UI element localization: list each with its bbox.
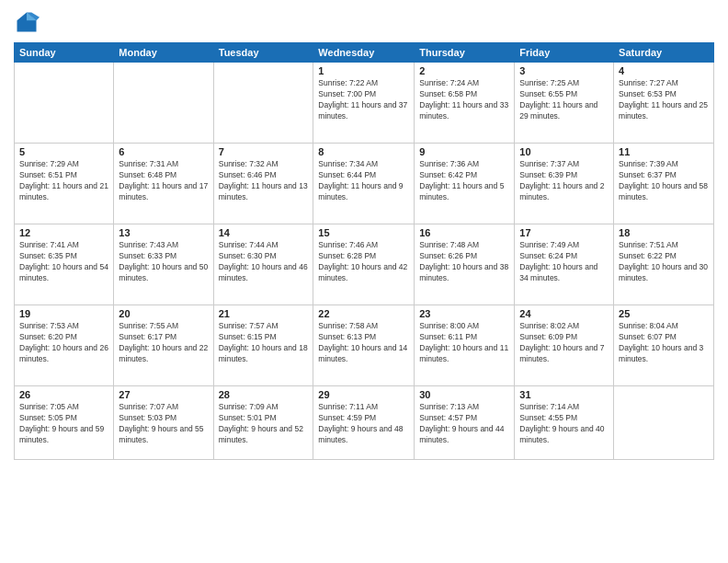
calendar-cell: 3Sunrise: 7:25 AM Sunset: 6:55 PM Daylig…: [515, 63, 614, 144]
cell-info-text: Sunrise: 7:31 AM Sunset: 6:48 PM Dayligh…: [119, 159, 208, 203]
cell-date-number: 7: [219, 146, 309, 157]
cell-date-number: 25: [619, 308, 709, 319]
calendar-cell: 20Sunrise: 7:55 AM Sunset: 6:17 PM Dayli…: [114, 305, 213, 386]
logo-icon: [14, 9, 40, 35]
calendar-cell: 21Sunrise: 7:57 AM Sunset: 6:15 PM Dayli…: [213, 305, 313, 386]
cell-info-text: Sunrise: 7:29 AM Sunset: 6:51 PM Dayligh…: [19, 159, 108, 203]
cell-info-text: Sunrise: 7:13 AM Sunset: 4:57 PM Dayligh…: [419, 402, 509, 446]
calendar-cell: 23Sunrise: 8:00 AM Sunset: 6:11 PM Dayli…: [415, 305, 515, 386]
cell-info-text: Sunrise: 7:24 AM Sunset: 6:58 PM Dayligh…: [419, 78, 509, 122]
calendar-week-5: 26Sunrise: 7:05 AM Sunset: 5:05 PM Dayli…: [15, 386, 714, 460]
calendar-cell: 31Sunrise: 7:14 AM Sunset: 4:55 PM Dayli…: [515, 386, 614, 460]
cell-date-number: 21: [219, 308, 309, 319]
calendar-cell: 15Sunrise: 7:46 AM Sunset: 6:28 PM Dayli…: [313, 224, 415, 305]
calendar-cell: 24Sunrise: 8:02 AM Sunset: 6:09 PM Dayli…: [515, 305, 614, 386]
cell-info-text: Sunrise: 7:22 AM Sunset: 7:00 PM Dayligh…: [318, 78, 409, 122]
calendar-table: SundayMondayTuesdayWednesdayThursdayFrid…: [14, 42, 714, 460]
cell-date-number: 28: [219, 389, 309, 400]
cell-date-number: 10: [519, 146, 609, 157]
calendar-cell: 6Sunrise: 7:31 AM Sunset: 6:48 PM Daylig…: [114, 144, 213, 224]
calendar-cell: [213, 63, 313, 144]
cell-date-number: 2: [419, 65, 509, 76]
cell-date-number: 17: [519, 227, 609, 238]
calendar-cell: 17Sunrise: 7:49 AM Sunset: 6:24 PM Dayli…: [515, 224, 614, 305]
calendar-cell: 30Sunrise: 7:13 AM Sunset: 4:57 PM Dayli…: [415, 386, 515, 460]
calendar-cell: 11Sunrise: 7:39 AM Sunset: 6:37 PM Dayli…: [614, 144, 714, 224]
calendar-cell: [15, 63, 114, 144]
cell-date-number: 9: [419, 146, 509, 157]
cell-info-text: Sunrise: 7:58 AM Sunset: 6:13 PM Dayligh…: [318, 321, 409, 365]
calendar-cell: 27Sunrise: 7:07 AM Sunset: 5:03 PM Dayli…: [114, 386, 213, 460]
calendar-cell: 16Sunrise: 7:48 AM Sunset: 6:26 PM Dayli…: [415, 224, 515, 305]
cell-date-number: 11: [619, 146, 709, 157]
calendar-week-3: 12Sunrise: 7:41 AM Sunset: 6:35 PM Dayli…: [15, 224, 714, 305]
cell-info-text: Sunrise: 7:57 AM Sunset: 6:15 PM Dayligh…: [219, 321, 309, 365]
cell-date-number: 29: [318, 389, 409, 400]
cell-info-text: Sunrise: 7:37 AM Sunset: 6:39 PM Dayligh…: [519, 159, 609, 203]
cell-date-number: 22: [318, 308, 409, 319]
cell-date-number: 16: [419, 227, 509, 238]
cell-info-text: Sunrise: 7:55 AM Sunset: 6:17 PM Dayligh…: [119, 321, 208, 365]
cell-info-text: Sunrise: 7:36 AM Sunset: 6:42 PM Dayligh…: [419, 159, 509, 203]
calendar-cell: 14Sunrise: 7:44 AM Sunset: 6:30 PM Dayli…: [213, 224, 313, 305]
cell-date-number: 13: [119, 227, 208, 238]
calendar-cell: [114, 63, 213, 144]
cell-info-text: Sunrise: 7:51 AM Sunset: 6:22 PM Dayligh…: [619, 240, 709, 284]
day-header-friday: Friday: [515, 43, 614, 63]
cell-date-number: 5: [19, 146, 108, 157]
calendar-cell: 22Sunrise: 7:58 AM Sunset: 6:13 PM Dayli…: [313, 305, 415, 386]
cell-date-number: 15: [318, 227, 409, 238]
calendar-cell: 13Sunrise: 7:43 AM Sunset: 6:33 PM Dayli…: [114, 224, 213, 305]
cell-date-number: 14: [219, 227, 309, 238]
cell-info-text: Sunrise: 7:43 AM Sunset: 6:33 PM Dayligh…: [119, 240, 208, 284]
calendar-cell: 7Sunrise: 7:32 AM Sunset: 6:46 PM Daylig…: [213, 144, 313, 224]
cell-info-text: Sunrise: 7:32 AM Sunset: 6:46 PM Dayligh…: [219, 159, 309, 203]
calendar-cell: [614, 386, 714, 460]
day-header-wednesday: Wednesday: [313, 43, 415, 63]
calendar-cell: 26Sunrise: 7:05 AM Sunset: 5:05 PM Dayli…: [15, 386, 114, 460]
calendar-cell: 5Sunrise: 7:29 AM Sunset: 6:51 PM Daylig…: [15, 144, 114, 224]
cell-info-text: Sunrise: 7:53 AM Sunset: 6:20 PM Dayligh…: [19, 321, 108, 365]
cell-info-text: Sunrise: 7:49 AM Sunset: 6:24 PM Dayligh…: [519, 240, 609, 284]
calendar-cell: 2Sunrise: 7:24 AM Sunset: 6:58 PM Daylig…: [415, 63, 515, 144]
day-header-saturday: Saturday: [614, 43, 714, 63]
calendar-cell: 12Sunrise: 7:41 AM Sunset: 6:35 PM Dayli…: [15, 224, 114, 305]
cell-date-number: 1: [318, 65, 409, 76]
cell-info-text: Sunrise: 7:27 AM Sunset: 6:53 PM Dayligh…: [619, 78, 709, 122]
header: [14, 9, 714, 35]
logo: [14, 9, 43, 35]
cell-info-text: Sunrise: 8:00 AM Sunset: 6:11 PM Dayligh…: [419, 321, 509, 365]
day-header-tuesday: Tuesday: [213, 43, 313, 63]
cell-date-number: 3: [519, 65, 609, 76]
day-header-sunday: Sunday: [15, 43, 114, 63]
cell-info-text: Sunrise: 7:41 AM Sunset: 6:35 PM Dayligh…: [19, 240, 108, 284]
cell-date-number: 31: [519, 389, 609, 400]
calendar-cell: 19Sunrise: 7:53 AM Sunset: 6:20 PM Dayli…: [15, 305, 114, 386]
day-header-monday: Monday: [114, 43, 213, 63]
calendar-header-row: SundayMondayTuesdayWednesdayThursdayFrid…: [15, 43, 714, 63]
cell-date-number: 27: [119, 389, 208, 400]
calendar-cell: 9Sunrise: 7:36 AM Sunset: 6:42 PM Daylig…: [415, 144, 515, 224]
cell-date-number: 6: [119, 146, 208, 157]
cell-info-text: Sunrise: 7:34 AM Sunset: 6:44 PM Dayligh…: [318, 159, 409, 203]
cell-date-number: 4: [619, 65, 709, 76]
cell-info-text: Sunrise: 7:25 AM Sunset: 6:55 PM Dayligh…: [519, 78, 609, 122]
calendar-cell: 1Sunrise: 7:22 AM Sunset: 7:00 PM Daylig…: [313, 63, 415, 144]
cell-info-text: Sunrise: 8:02 AM Sunset: 6:09 PM Dayligh…: [519, 321, 609, 365]
cell-info-text: Sunrise: 8:04 AM Sunset: 6:07 PM Dayligh…: [619, 321, 709, 365]
cell-date-number: 24: [519, 308, 609, 319]
calendar-cell: 28Sunrise: 7:09 AM Sunset: 5:01 PM Dayli…: [213, 386, 313, 460]
calendar-cell: 4Sunrise: 7:27 AM Sunset: 6:53 PM Daylig…: [614, 63, 714, 144]
calendar-cell: 18Sunrise: 7:51 AM Sunset: 6:22 PM Dayli…: [614, 224, 714, 305]
calendar-cell: 25Sunrise: 8:04 AM Sunset: 6:07 PM Dayli…: [614, 305, 714, 386]
cell-date-number: 26: [19, 389, 108, 400]
cell-date-number: 18: [619, 227, 709, 238]
cell-info-text: Sunrise: 7:09 AM Sunset: 5:01 PM Dayligh…: [219, 402, 309, 446]
cell-date-number: 8: [318, 146, 409, 157]
calendar-cell: 10Sunrise: 7:37 AM Sunset: 6:39 PM Dayli…: [515, 144, 614, 224]
cell-date-number: 20: [119, 308, 208, 319]
calendar-cell: 8Sunrise: 7:34 AM Sunset: 6:44 PM Daylig…: [313, 144, 415, 224]
cell-info-text: Sunrise: 7:05 AM Sunset: 5:05 PM Dayligh…: [19, 402, 108, 446]
cell-date-number: 23: [419, 308, 509, 319]
cell-date-number: 30: [419, 389, 509, 400]
